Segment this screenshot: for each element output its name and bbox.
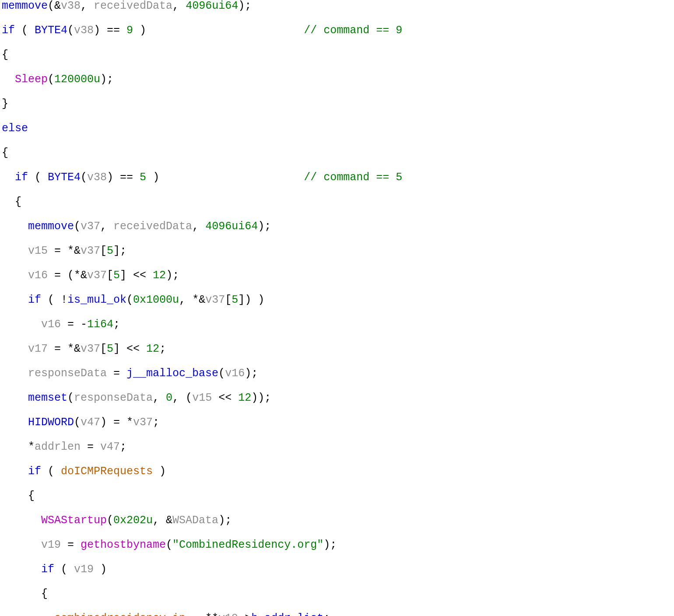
code-line: memset(responseData, 0, (v15 << 12)); [2,392,674,404]
code-line: { [2,49,674,61]
code-line: memmove(v37, receivedData, 4096ui64); [2,220,674,233]
code-line: v15 = *&v37[5]; [2,245,674,257]
code-line: v16 = (*&v37[5] << 12); [2,270,674,282]
code-line: if ( v19 ) [2,564,674,576]
code-line: if ( !is_mul_ok(0x1000u, *&v37[5]) ) [2,294,674,306]
code-line: if ( BYTE4(v38) == 9 ) // command == 9 [2,24,674,37]
code-line: HIDWORD(v47) = *v37; [2,416,674,429]
code-line: { [2,490,674,502]
code-line: responseData = j__malloc_base(v16); [2,368,674,380]
decompiled-code-listing: memmove(&v38, receivedData, 4096ui64); i… [0,0,674,616]
code-line: *addrlen = v47; [2,441,674,453]
code-line: { [2,588,674,600]
code-line: memmove(&v38, receivedData, 4096ui64); [2,0,674,12]
code-line: combinedresidency_ip = **v19->h_addr_lis… [2,612,674,616]
code-line: v19 = gethostbyname("CombinedResidency.o… [2,539,674,551]
code-line: { [2,147,674,159]
code-line: if ( BYTE4(v38) == 5 ) // command == 5 [2,172,674,184]
code-line: v17 = *&v37[5] << 12; [2,343,674,355]
code-line: else [2,122,674,135]
code-line: WSAStartup(0x202u, &WSAData); [2,514,674,527]
code-line: v16 = -1i64; [2,318,674,331]
code-line: Sleep(120000u); [2,74,674,86]
code-line: } [2,98,674,110]
code-line: if ( doICMPRequests ) [2,466,674,478]
code-line: { [2,196,674,208]
